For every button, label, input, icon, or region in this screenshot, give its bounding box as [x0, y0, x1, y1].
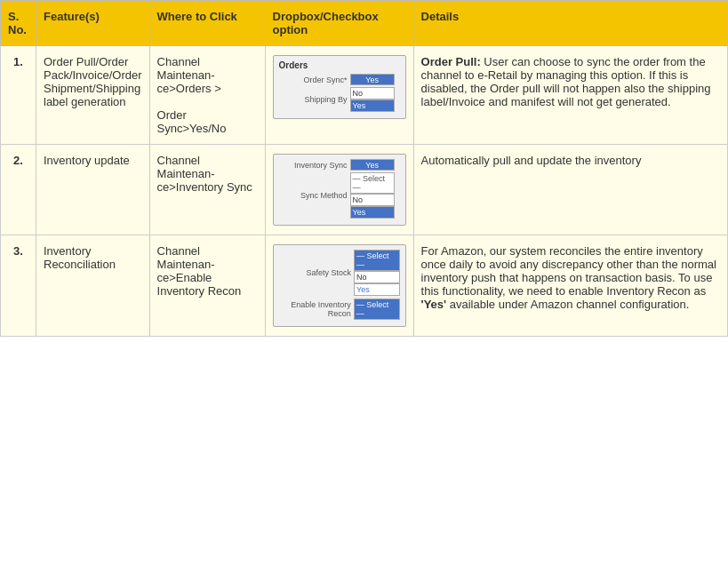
col-dropdown-header: Dropbox/Checkbox option — [265, 1, 413, 46]
table-row: 2. Inventory update Channel Maintenan­ce… — [1, 145, 728, 235]
col-feature-header: Feature(s) — [36, 1, 150, 46]
row2-dropdown: Inventory Sync Yes Sync Method — Select … — [265, 145, 413, 235]
col-details-header: Details — [413, 1, 727, 46]
row1-dropdown: Orders Order Sync* Yes Shipping By No Ye… — [265, 46, 413, 145]
row1-details-bold: Order Pull: — [421, 55, 481, 68]
row3-details-bold: 'Yes' — [421, 298, 447, 311]
row2-details: Automatically pull and update the invent… — [413, 145, 727, 235]
row3-details-suffix: available under Amazon channel configura… — [446, 298, 689, 311]
row3-details: For Amazon, our system reconciles the en… — [413, 235, 727, 337]
row2-sno: 2. — [1, 145, 36, 235]
table-row: 1. Order Pull/Order Pack/Invoice/Order S… — [1, 46, 728, 145]
row2-where-to-click: Channel Maintenan­ce>Inventory Sync — [149, 145, 265, 235]
row3-details-prefix: For Amazon, our system reconciles the en… — [421, 244, 716, 298]
table-row: 3. Inventory Reconciliation Channel Main… — [1, 235, 728, 337]
col-where-to-click-header: Where to Click — [149, 1, 265, 46]
row1-where-to-click: Channel Maintenan­ce>Orders >Order Sync>… — [149, 46, 265, 145]
col-sno-header: S. No. — [1, 1, 36, 46]
row3-dropdown: Safety Stock — Select — No Yes Enable In… — [265, 235, 413, 337]
row3-feature: Inventory Reconciliation — [36, 235, 150, 337]
row3-where-to-click: Channel Maintenan­ce>Enable Inventory Re… — [149, 235, 265, 337]
row1-details: Order Pull: User can choose to sync the … — [413, 46, 727, 145]
row3-sno: 3. — [1, 235, 36, 337]
row1-sno: 1. — [1, 46, 36, 145]
row1-feature: Order Pull/Order Pack/Invoice/Order Ship… — [36, 46, 150, 145]
row2-feature: Inventory update — [36, 145, 150, 235]
